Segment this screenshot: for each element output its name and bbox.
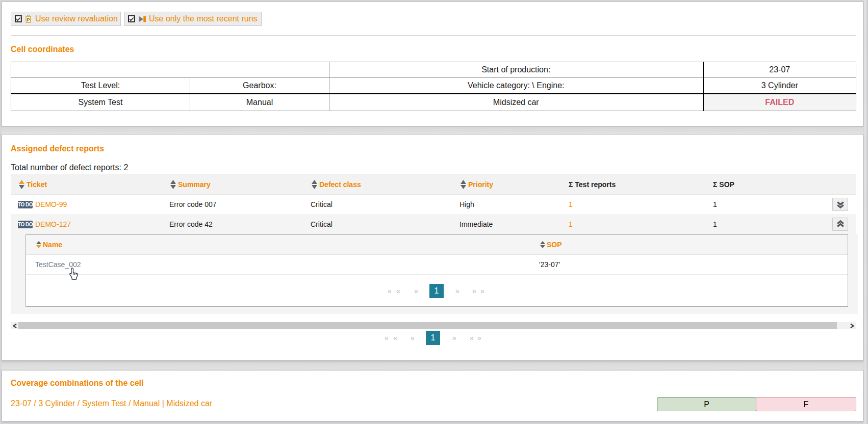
svg-text:P: P — [27, 17, 30, 22]
